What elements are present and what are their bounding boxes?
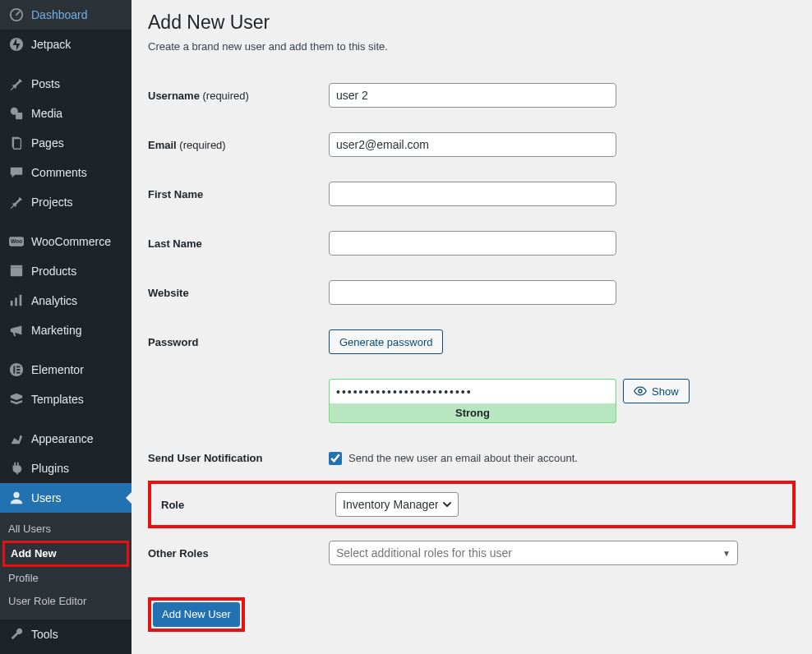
add-user-form: Username (required) Email (required) Fir… [148, 71, 796, 578]
media-icon [8, 105, 25, 122]
other-roles-label: Other Roles [148, 528, 329, 578]
sidebar-item-pages[interactable]: Pages [0, 128, 131, 158]
sidebar-item-label: Users [31, 490, 62, 505]
sidebar-item-elementor[interactable]: Elementor [0, 355, 131, 385]
pin-icon [8, 194, 25, 210]
sidebar-item-label: Templates [31, 392, 84, 407]
sidebar-item-label: Analytics [31, 293, 77, 308]
sidebar-item-label: Marketing [31, 323, 81, 338]
jetpack-icon [8, 36, 25, 53]
other-roles-select[interactable]: Select additional roles for this user ▼ [329, 541, 738, 565]
lastname-input[interactable] [329, 231, 616, 256]
sidebar-item-tools[interactable]: Tools [0, 619, 131, 649]
website-input[interactable] [329, 280, 616, 305]
role-select[interactable]: Inventory Manager [335, 492, 459, 517]
sidebar-item-label: Appearance [31, 431, 94, 446]
firstname-label: First Name [148, 169, 329, 219]
submenu-item-all-users[interactable]: All Users [0, 518, 131, 541]
sidebar-item-comments[interactable]: Comments [0, 158, 131, 187]
submenu-item-add-new[interactable]: Add New [2, 541, 129, 567]
submenu-item-user-role-editor[interactable]: User Role Editor [0, 590, 131, 613]
page-description: Create a brand new user and add them to … [148, 40, 796, 53]
add-new-user-button[interactable]: Add New User [153, 602, 240, 627]
sidebar-item-appearance[interactable]: Appearance [0, 424, 131, 454]
sidebar-item-label: Elementor [31, 362, 84, 377]
sidebar-item-label: WooCommerce [31, 234, 111, 249]
username-label: Username (required) [148, 71, 329, 120]
dashboard-icon [8, 7, 25, 23]
generate-password-button[interactable]: Generate password [329, 329, 443, 354]
chevron-down-icon: ▼ [722, 549, 731, 558]
sidebar-item-templates[interactable]: Templates [0, 385, 131, 414]
svg-rect-5 [13, 139, 21, 150]
svg-rect-14 [13, 366, 15, 374]
sidebar-item-label: Products [31, 264, 76, 279]
analytics-icon [8, 292, 25, 309]
other-roles-placeholder: Select additional roles for this user [336, 546, 512, 560]
sidebar-item-woocommerce[interactable]: Woo WooCommerce [0, 227, 131, 256]
main-content: Add New User Create a brand new user and… [131, 0, 812, 654]
password-strength-indicator: Strong [329, 403, 616, 423]
sidebar-item-dashboard[interactable]: Dashboard [0, 0, 131, 30]
pages-icon [8, 135, 25, 151]
sidebar-item-label: Media [31, 106, 62, 121]
sidebar-item-label: Dashboard [31, 7, 88, 22]
sidebar-item-label: Projects [31, 195, 73, 210]
username-input[interactable] [329, 83, 616, 108]
sidebar-submenu-users: All Users Add New Profile User Role Edit… [0, 513, 131, 619]
sidebar-item-settings[interactable]: Settings [0, 649, 131, 654]
notification-label: Send User Notification [148, 435, 329, 481]
marketing-icon [8, 322, 25, 339]
sidebar-item-label: Jetpack [31, 37, 71, 52]
svg-rect-9 [11, 265, 22, 268]
role-label: Role [161, 499, 335, 511]
svg-text:Woo: Woo [11, 238, 22, 244]
templates-icon [8, 391, 25, 408]
sidebar-item-users[interactable]: Users [0, 483, 131, 513]
sidebar-item-products[interactable]: Products [0, 256, 131, 286]
sidebar-item-posts[interactable]: Posts [0, 69, 131, 99]
svg-rect-12 [20, 295, 22, 306]
users-icon [8, 490, 25, 506]
svg-rect-8 [11, 268, 22, 277]
submit-highlight: Add New User [148, 597, 245, 632]
sidebar-item-plugins[interactable]: Plugins [0, 454, 131, 483]
svg-rect-15 [16, 366, 21, 368]
woo-icon: Woo [8, 233, 25, 250]
svg-point-25 [639, 389, 642, 393]
sidebar-item-jetpack[interactable]: Jetpack [0, 30, 131, 59]
comments-icon [8, 164, 25, 181]
notification-checkbox-row[interactable]: Send the new user an email about their a… [329, 452, 787, 465]
sidebar-item-analytics[interactable]: Analytics [0, 286, 131, 315]
email-label: Email (required) [148, 120, 329, 169]
firstname-input[interactable] [329, 182, 616, 206]
tools-icon [8, 626, 25, 642]
sidebar-item-media[interactable]: Media [0, 99, 131, 128]
notification-checkbox[interactable] [329, 452, 342, 465]
pin-icon [8, 76, 25, 92]
show-password-button[interactable]: Show [623, 379, 690, 403]
website-label: Website [148, 268, 329, 317]
email-input[interactable] [329, 132, 616, 157]
sidebar-item-projects[interactable]: Projects [0, 187, 131, 217]
appearance-icon [8, 431, 25, 447]
sidebar-item-marketing[interactable]: Marketing [0, 315, 131, 345]
svg-rect-16 [16, 369, 21, 371]
sidebar-item-label: Tools [31, 627, 58, 642]
sidebar-item-label: Comments [31, 165, 87, 180]
sidebar-item-label: Posts [31, 76, 60, 91]
password-input[interactable] [329, 379, 616, 403]
eye-icon [634, 385, 647, 398]
plugins-icon [8, 460, 25, 477]
submenu-item-profile[interactable]: Profile [0, 567, 131, 590]
svg-rect-10 [11, 301, 13, 306]
svg-rect-17 [16, 372, 21, 374]
password-label: Password [148, 317, 329, 366]
lastname-label: Last Name [148, 219, 329, 268]
admin-sidebar: Dashboard Jetpack Posts Media Pages Comm… [0, 0, 131, 654]
svg-point-18 [13, 492, 19, 498]
role-row-highlight: Role Inventory Manager [148, 481, 796, 528]
sidebar-item-label: Plugins [31, 461, 69, 476]
svg-rect-3 [16, 113, 22, 119]
products-icon [8, 263, 25, 279]
